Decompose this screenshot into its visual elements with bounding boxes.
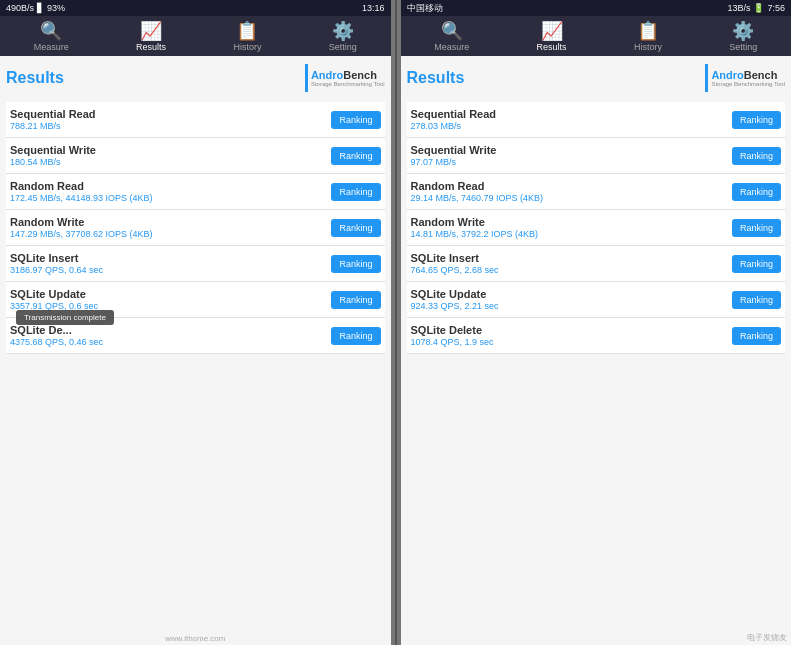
right-battery-icon: 🔋 <box>753 3 764 13</box>
left-logo-bar <box>305 64 308 92</box>
left-nav-results-label: Results <box>136 42 166 52</box>
left-signal-icon: ▋ <box>37 3 44 13</box>
right-result-name-6: SQLite Delete <box>411 324 494 336</box>
measure-icon: 🔍 <box>40 22 62 40</box>
left-logo-text: AndroBench Storage Benchmarking Tool <box>311 69 385 88</box>
right-carrier: 中国移动 <box>407 2 443 15</box>
left-result-info-0: Sequential Read 788.21 MB/s <box>10 108 96 131</box>
left-result-row-4: SQLite Insert 3186.97 QPS, 0.64 sec Rank… <box>6 246 385 282</box>
right-ranking-btn-5[interactable]: Ranking <box>732 291 781 309</box>
right-result-row-1: Sequential Write 97.07 MB/s Ranking <box>407 138 786 174</box>
left-ranking-btn-3[interactable]: Ranking <box>331 219 380 237</box>
left-result-info-4: SQLite Insert 3186.97 QPS, 0.64 sec <box>10 252 103 275</box>
left-nav-measure[interactable]: 🔍 Measure <box>26 22 77 52</box>
right-result-info-6: SQLite Delete 1078.4 QPS, 1.9 sec <box>411 324 494 347</box>
right-content: Results AndroBench Storage Benchmarking … <box>401 56 792 630</box>
left-result-info-2: Random Read 172.45 MB/s, 44148.93 IOPS (… <box>10 180 153 203</box>
left-result-row-1: Sequential Write 180.54 MB/s Ranking <box>6 138 385 174</box>
left-nav-setting[interactable]: ⚙️ Setting <box>321 22 365 52</box>
right-result-row-6: SQLite Delete 1078.4 QPS, 1.9 sec Rankin… <box>407 318 786 354</box>
right-result-value-5: 924.33 QPS, 2.21 sec <box>411 301 499 311</box>
left-result-name-3: Random Write <box>10 216 153 228</box>
right-ranking-btn-1[interactable]: Ranking <box>732 147 781 165</box>
left-logo-main: AndroBench <box>311 69 385 81</box>
right-ranking-btn-3[interactable]: Ranking <box>732 219 781 237</box>
left-result-value-0: 788.21 MB/s <box>10 121 96 131</box>
left-ranking-btn-1[interactable]: Ranking <box>331 147 380 165</box>
right-result-value-6: 1078.4 QPS, 1.9 sec <box>411 337 494 347</box>
right-result-name-1: Sequential Write <box>411 144 497 156</box>
right-result-name-2: Random Read <box>411 180 544 192</box>
left-results-title: Results <box>6 69 64 87</box>
left-result-value-6: 4375.68 QPS, 0.46 sec <box>10 337 103 347</box>
left-ranking-btn-4[interactable]: Ranking <box>331 255 380 273</box>
right-ranking-btn-4[interactable]: Ranking <box>732 255 781 273</box>
left-ranking-btn-0[interactable]: Ranking <box>331 111 380 129</box>
right-nav-history[interactable]: 📋 History <box>626 22 670 52</box>
right-results-title: Results <box>407 69 465 87</box>
right-nav-setting[interactable]: ⚙️ Setting <box>721 22 765 52</box>
left-time: 13:16 <box>362 3 385 13</box>
left-result-value-4: 3186.97 QPS, 0.64 sec <box>10 265 103 275</box>
right-nav-setting-label: Setting <box>729 42 757 52</box>
left-nav-results[interactable]: 📈 Results <box>128 22 174 52</box>
right-results-icon: 📈 <box>541 22 563 40</box>
left-nav-history[interactable]: 📋 History <box>225 22 269 52</box>
left-logo: AndroBench Storage Benchmarking Tool <box>305 64 385 92</box>
left-result-name-4: SQLite Insert <box>10 252 103 264</box>
left-battery: 93% <box>47 3 65 13</box>
right-result-name-0: Sequential Read <box>411 108 497 120</box>
left-ranking-btn-6[interactable]: Ranking <box>331 327 380 345</box>
left-result-row-2: Random Read 172.45 MB/s, 44148.93 IOPS (… <box>6 174 385 210</box>
left-nav-bar: 🔍 Measure 📈 Results 📋 History ⚙️ Setting <box>0 16 391 56</box>
right-measure-icon: 🔍 <box>441 22 463 40</box>
right-nav-results-label: Results <box>537 42 567 52</box>
left-logo-sub: Storage Benchmarking Tool <box>311 81 385 88</box>
right-history-icon: 📋 <box>637 22 659 40</box>
right-nav-history-label: History <box>634 42 662 52</box>
left-phone: 490B/s ▋ 93% 13:16 🔍 Measure 📈 Results 📋… <box>0 0 391 645</box>
right-result-info-2: Random Read 29.14 MB/s, 7460.79 IOPS (4K… <box>411 180 544 203</box>
history-icon: 📋 <box>236 22 258 40</box>
right-result-value-1: 97.07 MB/s <box>411 157 497 167</box>
left-status-bar: 490B/s ▋ 93% 13:16 <box>0 0 391 16</box>
right-nav-measure-label: Measure <box>434 42 469 52</box>
right-result-value-4: 764.65 QPS, 2.68 sec <box>411 265 499 275</box>
right-result-row-5: SQLite Update 924.33 QPS, 2.21 sec Ranki… <box>407 282 786 318</box>
right-result-row-0: Sequential Read 278.03 MB/s Ranking <box>407 102 786 138</box>
left-ranking-btn-5[interactable]: Ranking <box>331 291 380 309</box>
left-result-info-6: SQLite De... 4375.68 QPS, 0.46 sec <box>10 324 103 347</box>
right-setting-icon: ⚙️ <box>732 22 754 40</box>
left-result-info-1: Sequential Write 180.54 MB/s <box>10 144 96 167</box>
right-ranking-btn-0[interactable]: Ranking <box>732 111 781 129</box>
right-result-info-0: Sequential Read 278.03 MB/s <box>411 108 497 131</box>
right-result-row-2: Random Read 29.14 MB/s, 7460.79 IOPS (4K… <box>407 174 786 210</box>
right-nav-measure[interactable]: 🔍 Measure <box>426 22 477 52</box>
setting-icon: ⚙️ <box>332 22 354 40</box>
right-ranking-btn-6[interactable]: Ranking <box>732 327 781 345</box>
left-result-info-5: SQLite Update 3357.91 QPS, 0.6 sec <box>10 288 98 311</box>
left-status-speed: 490B/s <box>6 3 34 13</box>
right-bottom-label: 电子发烧友 <box>401 630 792 645</box>
right-result-info-5: SQLite Update 924.33 QPS, 2.21 sec <box>411 288 499 311</box>
left-result-value-2: 172.45 MB/s, 44148.93 IOPS (4KB) <box>10 193 153 203</box>
left-result-info-3: Random Write 147.29 MB/s, 37708.62 IOPS … <box>10 216 153 239</box>
left-result-name-2: Random Read <box>10 180 153 192</box>
right-result-value-3: 14.81 MB/s, 3792.2 IOPS (4KB) <box>411 229 539 239</box>
right-nav-bar: 🔍 Measure 📈 Results 📋 History ⚙️ Setting <box>401 16 792 56</box>
right-result-info-1: Sequential Write 97.07 MB/s <box>411 144 497 167</box>
right-logo: AndroBench Storage Benchmarking Tool <box>705 64 785 92</box>
left-result-row-0: Sequential Read 788.21 MB/s Ranking <box>6 102 385 138</box>
right-status-bar: 中国移动 13B/s 🔋 7:56 <box>401 0 792 16</box>
right-phone: 中国移动 13B/s 🔋 7:56 🔍 Measure 📈 Results 📋 … <box>401 0 792 645</box>
right-result-value-2: 29.14 MB/s, 7460.79 IOPS (4KB) <box>411 193 544 203</box>
results-icon: 📈 <box>140 22 162 40</box>
left-nav-measure-label: Measure <box>34 42 69 52</box>
right-ranking-btn-2[interactable]: Ranking <box>732 183 781 201</box>
left-nav-history-label: History <box>233 42 261 52</box>
left-nav-setting-label: Setting <box>329 42 357 52</box>
right-nav-results[interactable]: 📈 Results <box>529 22 575 52</box>
left-ranking-btn-2[interactable]: Ranking <box>331 183 380 201</box>
left-header-row: Results AndroBench Storage Benchmarking … <box>6 64 385 92</box>
left-result-name-6: SQLite De... <box>10 324 103 336</box>
